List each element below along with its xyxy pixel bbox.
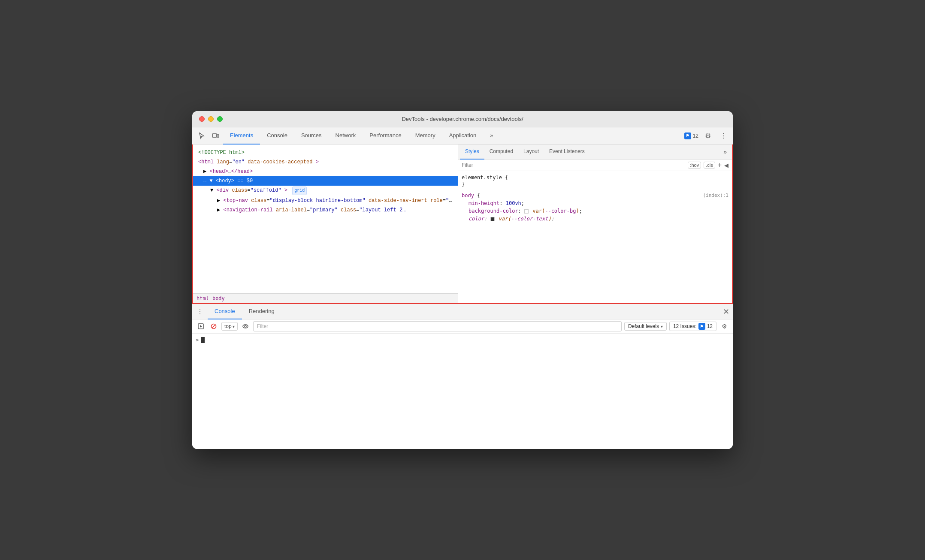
dom-doctype: <!DOCTYPE html>	[193, 148, 458, 157]
tab-memory[interactable]: Memory	[408, 127, 442, 145]
tab-sources[interactable]: Sources	[294, 127, 329, 145]
svg-rect-1	[217, 135, 219, 137]
minimize-button[interactable]	[208, 116, 214, 122]
tab-computed[interactable]: Computed	[484, 145, 518, 160]
dom-tree[interactable]: <!DOCTYPE html> <html lang="en" data-coo…	[193, 145, 458, 293]
issues-count: 12	[693, 133, 698, 139]
grid-badge[interactable]: grid	[292, 187, 307, 195]
html-lang-value: "en"	[232, 159, 245, 165]
breadcrumb-body[interactable]: body	[212, 295, 225, 301]
console-toolbar: top ▾ Default levels ▾ 12 Issues: ⚑	[192, 319, 733, 334]
svg-marker-3	[200, 325, 202, 328]
maximize-button[interactable]	[217, 116, 223, 122]
console-body[interactable]: >	[192, 334, 733, 449]
device-toolbar-button[interactable]	[209, 130, 221, 142]
body-bg-color-prop: background-color: var(--color-bg);	[462, 207, 729, 215]
drawer-tab-console[interactable]: Console	[208, 304, 242, 319]
tab-more[interactable]: »	[483, 127, 500, 145]
settings-button[interactable]: ⚙	[702, 130, 714, 142]
styles-filter-bar: :hov .cls + ◀	[458, 160, 732, 171]
tab-performance[interactable]: Performance	[363, 127, 408, 145]
drawer-menu-icon[interactable]: ⋮	[196, 307, 204, 316]
levels-chevron-icon: ▾	[661, 324, 663, 329]
console-cursor	[201, 337, 205, 343]
console-filter-input[interactable]	[253, 321, 622, 331]
devtools-toolbar: Elements Console Sources Network Perform…	[192, 127, 733, 145]
console-settings-button[interactable]: ⚙	[719, 321, 729, 331]
main-content-area: <!DOCTYPE html> <html lang="en" data-coo…	[192, 145, 733, 303]
tab-elements[interactable]: Elements	[223, 127, 260, 145]
eye-icon	[242, 323, 248, 329]
svg-point-7	[245, 325, 246, 327]
filter-controls: :hov .cls + ◀	[688, 161, 729, 169]
issues-label-text: 12 Issues:	[673, 323, 697, 329]
dom-head[interactable]: ▶ <head>…</head>	[193, 167, 458, 176]
styles-tabs: Styles Computed Layout Event Listeners »	[458, 145, 732, 160]
hov-button[interactable]: :hov	[688, 162, 701, 169]
bg-color-swatch[interactable]	[524, 209, 529, 214]
body-min-height-prop: min-height: 100vh;	[462, 199, 729, 207]
toggle-style-panel-button[interactable]: ◀	[724, 162, 729, 169]
console-prompt-line: >	[196, 337, 729, 343]
dom-top-nav[interactable]: ▶ <top-nav class="display-block hairline…	[193, 196, 458, 205]
add-style-button[interactable]: +	[718, 161, 722, 169]
live-expressions-button[interactable]	[240, 321, 251, 331]
element-style-rule: element.style { }	[462, 175, 729, 187]
tab-console[interactable]: Console	[260, 127, 294, 145]
body-style-rule: body { (index):1 min-height: 100vh; back…	[462, 193, 729, 223]
elements-panel: <!DOCTYPE html> <html lang="en" data-coo…	[192, 145, 458, 303]
console-drawer-header: ⋮ Console Rendering ✕	[192, 304, 733, 319]
dom-nav-rail[interactable]: ▶ <navigation-rail aria-label="primary" …	[193, 205, 458, 215]
title-bar: DevTools - developer.chrome.com/docs/dev…	[192, 111, 733, 127]
element-style-header: element.style {	[462, 175, 729, 181]
tab-application[interactable]: Application	[442, 127, 484, 145]
devtools-window: DevTools - developer.chrome.com/docs/dev…	[192, 111, 733, 449]
tab-network[interactable]: Network	[329, 127, 363, 145]
drawer-close-button[interactable]: ✕	[723, 308, 729, 316]
styles-filter-input[interactable]	[462, 162, 684, 168]
html-data-attr: data-cookies-accepted	[248, 159, 312, 165]
play-icon	[198, 323, 204, 329]
tab-layout[interactable]: Layout	[518, 145, 544, 160]
element-style-close: }	[462, 181, 729, 187]
cls-button[interactable]: .cls	[704, 162, 715, 169]
default-levels-label: Default levels	[628, 323, 659, 329]
tab-event-listeners[interactable]: Event Listeners	[544, 145, 590, 160]
close-button[interactable]	[199, 116, 205, 122]
html-tag: <html	[198, 159, 214, 165]
drawer-tab-rendering[interactable]: Rendering	[242, 304, 281, 319]
device-icon	[212, 132, 219, 139]
styles-tabs-more[interactable]: »	[720, 148, 730, 155]
breadcrumb: html body	[193, 293, 458, 303]
more-options-button[interactable]: ⋮	[717, 130, 729, 142]
toolbar-right: ⚑ 12 ⚙ ⋮	[684, 130, 729, 142]
dom-body[interactable]: … ▼ <body> == $0	[193, 176, 458, 186]
body-rule-source[interactable]: (index):1	[703, 193, 729, 198]
clear-console-button[interactable]	[209, 321, 219, 331]
element-style-header-text: element.style {	[462, 175, 508, 181]
styles-content: element.style { } body { (index):1 min-h…	[458, 171, 732, 303]
breadcrumb-html[interactable]: html	[196, 295, 209, 301]
main-tabs: Elements Console Sources Network Perform…	[223, 127, 500, 145]
doctype-text: <!DOCTYPE html>	[198, 150, 245, 156]
block-icon	[211, 323, 217, 329]
issues-count-button[interactable]: 12 Issues: ⚑ 12	[669, 322, 716, 331]
execute-script-button[interactable]	[196, 321, 206, 331]
context-selector[interactable]: top ▾	[221, 322, 238, 331]
issues-badge[interactable]: ⚑ 12	[684, 132, 698, 139]
console-issues-count: 12	[707, 323, 713, 329]
console-drawer: ⋮ Console Rendering ✕	[192, 303, 733, 449]
color-swatch[interactable]	[490, 217, 495, 221]
svg-rect-0	[212, 134, 217, 137]
traffic-lights	[199, 116, 223, 122]
tab-styles[interactable]: Styles	[460, 145, 484, 160]
window-title: DevTools - developer.chrome.com/docs/dev…	[402, 116, 523, 122]
default-levels-button[interactable]: Default levels ▾	[624, 322, 667, 331]
svg-line-5	[212, 325, 215, 328]
dom-html[interactable]: <html lang="en" data-cookies-accepted >	[193, 157, 458, 167]
dom-div-scaffold[interactable]: ▼ <div class="scaffold" > grid	[193, 186, 458, 196]
svg-point-6	[243, 325, 248, 328]
drawer-tabs: Console Rendering	[208, 304, 281, 319]
prompt-arrow-icon: >	[196, 337, 199, 343]
inspect-element-button[interactable]	[196, 130, 208, 142]
